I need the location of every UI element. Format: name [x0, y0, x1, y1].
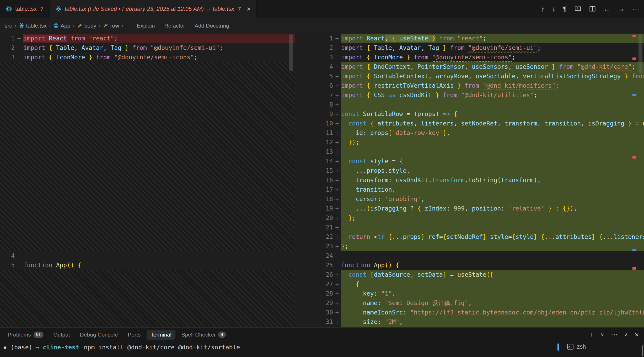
tab-table-tsx[interactable]: table.tsx 7: [0, 0, 50, 18]
code-line[interactable]: 17+ transition,: [302, 185, 644, 194]
code-line[interactable]: 31+ size: "2M",: [302, 317, 644, 327]
code-line[interactable]: 20+ };: [302, 213, 644, 223]
panel-more-actions-icon[interactable]: ⋯: [611, 331, 618, 338]
code-line[interactable]: 24: [302, 251, 644, 260]
previous-change-icon[interactable]: ↑: [541, 6, 544, 12]
line-number: 19: [302, 204, 333, 213]
tab-error-count: 7: [40, 6, 44, 12]
line-number: 17: [302, 185, 333, 194]
line-number: 21: [302, 223, 333, 232]
code-line[interactable]: 5+import { SortableContext, arrayMove, u…: [302, 71, 644, 81]
breadcrumb-item-file[interactable]: table.tsx: [19, 23, 46, 29]
code-line[interactable]: 28+ key: "1",: [302, 289, 644, 298]
code-line[interactable]: 5function App() {: [0, 260, 295, 270]
line-number: 5: [302, 71, 333, 81]
breadcrumb-item-src[interactable]: src: [5, 23, 12, 29]
panel-tab-ports[interactable]: Ports: [124, 330, 144, 340]
code-line[interactable]: 22+ return <tr {...props} ref={setNodeRe…: [302, 232, 644, 242]
line-number: 15: [302, 166, 333, 175]
toggle-whitespace-icon[interactable]: ¶: [563, 6, 567, 12]
code-line[interactable]: 2import { Table, Avatar, Tag } from "@do…: [0, 43, 295, 52]
panel-tab-debug-console[interactable]: Debug Console: [76, 330, 122, 340]
code-line[interactable]: 13+: [302, 147, 644, 156]
code-line[interactable]: 26+ const [dataSource, setData] = useSta…: [302, 270, 644, 279]
line-number: 22: [302, 232, 333, 242]
code-line[interactable]: 14+ const style = {: [302, 156, 644, 166]
panel-tab-spell-checker[interactable]: Spell Checker 4: [178, 330, 230, 340]
code-line[interactable]: 12+ });: [302, 138, 644, 147]
line-number: 2: [0, 43, 15, 52]
code-line[interactable]: 11+ id: props['data-row-key'],: [302, 128, 644, 138]
code-line[interactable]: 1+import React, { useState } from "react…: [302, 34, 644, 43]
refactor-action[interactable]: Refactor: [164, 23, 185, 29]
code-line[interactable]: 30+ nameIconSrc: "https://lf3-static.byt…: [302, 308, 644, 317]
close-tab-icon[interactable]: ×: [247, 6, 251, 12]
navigate-back-icon[interactable]: ←: [604, 6, 610, 12]
code-line[interactable]: 2import { Table, Avatar, Tag } from "@do…: [302, 43, 644, 52]
code-line[interactable]: 3import { IconMore } from "@douyinfe/sem…: [302, 52, 644, 62]
breadcrumb-item-row[interactable]: row: [103, 23, 119, 29]
new-terminal-icon[interactable]: +: [590, 331, 594, 338]
code-line[interactable]: 4: [0, 251, 295, 260]
panel-tab-problems[interactable]: Problems 91: [4, 330, 47, 340]
code-line[interactable]: 9+const SortableRow = (props) => {: [302, 109, 644, 119]
breadcrumb-item-body[interactable]: body: [77, 23, 96, 29]
add-docstring-action[interactable]: Add Docstring: [195, 23, 229, 29]
tab-diff-table-tsx[interactable]: table.tsx (File Saved • February 23, 202…: [50, 0, 257, 18]
code-line[interactable]: 25function App() {: [302, 260, 644, 270]
code-line[interactable]: 6+import { restrictToVerticalAxis } from…: [302, 81, 644, 90]
next-change-icon[interactable]: ↓: [552, 6, 555, 12]
navigate-forward-icon[interactable]: →: [618, 6, 625, 12]
code-line[interactable]: 4+import { DndContext, PointerSensor, us…: [302, 62, 644, 71]
code-line[interactable]: 18+ cursor: 'grabbing',: [302, 194, 644, 204]
panel-tab-label: Spell Checker: [181, 332, 216, 338]
code-line[interactable]: 19+ ...(isDragging ? { zIndex: 999, posi…: [302, 204, 644, 213]
terminal-list-item-zsh[interactable]: zsh: [567, 343, 644, 350]
overview-ruler-mark: [632, 57, 636, 60]
overview-ruler-mark: [632, 156, 636, 159]
explain-action[interactable]: Explain: [137, 23, 155, 29]
code-line[interactable]: 15+ ...props.style,: [302, 166, 644, 175]
code-line[interactable]: 8+: [302, 100, 644, 109]
panel-tab-output[interactable]: Output: [50, 330, 74, 340]
diff-marker: +: [333, 109, 341, 119]
line-number: 14: [302, 156, 333, 166]
diff-marker: +: [333, 34, 341, 43]
panel-maximize-icon[interactable]: ∧: [625, 332, 628, 337]
line-number: 9: [302, 109, 333, 119]
terminal-prompt-line[interactable]: ● (base) → cline-test npm install @dnd-k…: [0, 342, 644, 351]
breadcrumb-label: body: [84, 23, 96, 29]
line-number: 13: [302, 147, 333, 156]
overview-ruler-mark: [632, 267, 636, 270]
diff-marker: +: [333, 156, 341, 166]
line-number: 1: [302, 34, 333, 43]
tab-label: table.tsx: [15, 6, 37, 12]
diff-marker: +: [333, 100, 341, 109]
code-line[interactable]: 3import { IconMore } from "@douyinfe/sem…: [0, 52, 295, 62]
line-number: 31: [302, 317, 333, 327]
diff-marker: +: [333, 204, 341, 213]
code-line[interactable]: 27+ {: [302, 279, 644, 289]
chevron-right-icon: ›: [49, 22, 51, 29]
line-number: 10: [302, 119, 333, 128]
chevron-right-icon: ›: [14, 22, 16, 29]
right-editor-scrollbar[interactable]: [638, 34, 642, 74]
code-line[interactable]: 23+};: [302, 242, 644, 251]
diff-splitter[interactable]: [295, 34, 302, 328]
editor-more-actions-icon[interactable]: ⋯: [632, 6, 639, 12]
breadcrumb-item-app[interactable]: App: [53, 23, 70, 29]
panel-close-icon[interactable]: ×: [635, 331, 639, 338]
terminal-list-scrollbar[interactable]: [642, 345, 643, 356]
left-editor-scrollbar[interactable]: [289, 34, 293, 71]
code-line[interactable]: 16+ transform: cssDndKit.Transform.toStr…: [302, 175, 644, 185]
split-editor-icon[interactable]: [589, 5, 596, 12]
code-line[interactable]: 10+ const { attributes, listeners, setNo…: [302, 119, 644, 128]
show-moved-code-icon[interactable]: [574, 5, 581, 12]
panel-tab-terminal[interactable]: Terminal: [147, 330, 175, 340]
code-line[interactable]: 21+: [302, 223, 644, 232]
code-line[interactable]: 1−import React from "react";: [0, 34, 295, 43]
terminal-profile-dropdown-icon[interactable]: ∨: [600, 332, 604, 337]
code-line[interactable]: 7+import { CSS as cssDndKit } from "@dnd…: [302, 90, 644, 100]
active-terminal-indicator: [557, 343, 559, 351]
code-line[interactable]: 29+ name: "Semi Design 设计稿.fig",: [302, 298, 644, 308]
